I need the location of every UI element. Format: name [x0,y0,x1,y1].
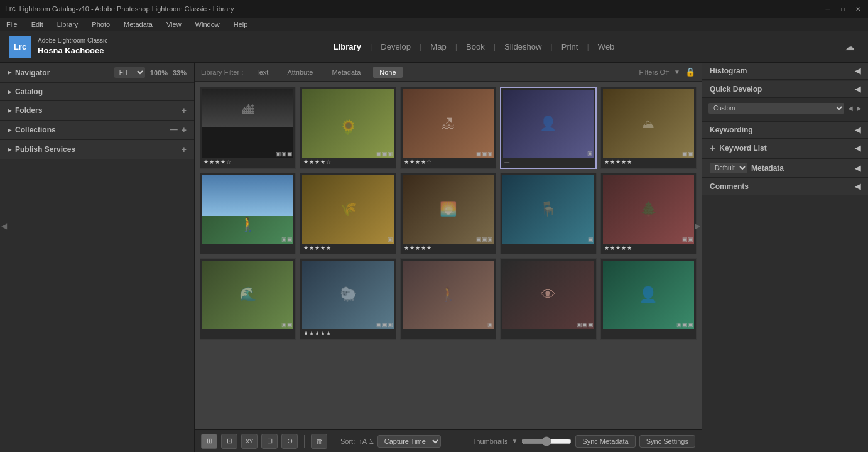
survey-view-button[interactable]: ⊟ [261,434,278,449]
navigator-zoom2[interactable]: 33% [173,69,187,77]
photo-13-stars [403,329,494,331]
menu-library[interactable]: Library [55,19,81,30]
catalog-label: Catalog [15,87,43,96]
filter-dropdown-icon[interactable]: ▼ [674,68,680,75]
qd-preset-next[interactable]: ▶ [857,105,862,112]
module-map[interactable]: Map [423,38,453,55]
menu-metadata[interactable]: Metadata [121,19,155,30]
photo-cell-14[interactable]: 👁 ▣▣▣ [500,258,596,340]
photo-cell-11[interactable]: 🌊 ▣▣ [200,258,296,340]
collections-header[interactable]: ▶ Collections — + [0,121,194,139]
module-develop[interactable]: Develop [373,38,418,55]
collections-triangle: ▶ [8,127,11,133]
photo-cell-1[interactable]: 🏙 ▣▣▣ ★★★★☆ [200,87,296,169]
minimize-button[interactable]: ─ [823,4,833,14]
filter-tab-none[interactable]: None [373,67,402,78]
sync-metadata-button[interactable]: Sync Metadata [575,435,635,448]
metadata-header[interactable]: DefaultEXIFIPTC Metadata ◀ [702,159,868,178]
photo-cell-5[interactable]: ⛰ ▣▣ ★★★★★ [600,87,697,169]
maximize-button[interactable]: □ [838,4,848,14]
module-library[interactable]: Library [326,38,369,55]
compare-view-button[interactable]: XY [241,434,258,449]
thumbnail-size-slider[interactable] [521,436,572,446]
people-view-button[interactable]: ⊙ [281,434,298,449]
photo-cell-6[interactable]: 🚶 ▣▣ [200,173,296,254]
app-icon-small: Lrc [5,4,16,13]
grid-view-button[interactable]: ⊞ [201,434,217,449]
filter-tab-attribute[interactable]: Attribute [281,67,319,78]
qd-preset-select[interactable]: CustomDefaultPortraitLandscape [708,103,844,114]
filter-lock-icon[interactable]: 🔒 [685,67,695,77]
right-panel: Histogram ◀ Quick Develop ◀ CustomDefaul… [702,63,868,452]
loupe-view-button[interactable]: ⊡ [221,434,237,449]
left-panel-collapse-arrow[interactable]: ◀ [0,219,8,233]
module-print[interactable]: Print [554,38,586,55]
menu-photo[interactable]: Photo [89,19,112,30]
menu-help[interactable]: Help [231,19,251,30]
navigator-header[interactable]: ▶ Navigator FITFILL1:1 100% 33% [0,63,194,82]
title-bar-controls: ─ □ ✕ [823,4,863,14]
app-name: Adobe Lightroom Classic [38,36,107,45]
photo-cell-10[interactable]: 🌲 ▣▣ ★★★★★ [600,173,697,254]
quick-develop-header[interactable]: Quick Develop ◀ [702,81,868,98]
folders-add-button[interactable]: + [182,105,187,116]
cloud-sync-button[interactable]: ☁ [840,38,859,56]
publish-services-triangle: ▶ [8,147,11,153]
filter-tab-metadata[interactable]: Metadata [325,67,367,78]
histogram-header[interactable]: Histogram ◀ [702,63,868,80]
metadata-preset-select[interactable]: DefaultEXIFIPTC [710,163,747,173]
app-layout: Lrc Adobe Lightroom Classic Hosna Kachoo… [0,31,868,452]
menu-view[interactable]: View [164,19,184,30]
navigator-zoom1[interactable]: 100% [150,69,168,77]
catalog-triangle: ▶ [8,89,11,95]
filter-bar: Library Filter : Text Attribute Metadata… [195,63,702,82]
sync-settings-button[interactable]: Sync Settings [639,435,695,448]
keywording-header[interactable]: Keywording ◀ [702,122,868,139]
photo-14-stars [502,329,594,331]
photo-cell-9[interactable]: 🪑 ▣ [500,173,596,254]
photo-cell-7[interactable]: 🌾 ▣ ★★★★★ [300,173,396,254]
close-button[interactable]: ✕ [853,4,863,14]
histogram-label: Histogram [710,67,747,75]
photo-6-stars [202,244,293,246]
publish-services-header[interactable]: ▶ Publish Services + [0,140,194,159]
photo-cell-8[interactable]: 🌅 ▣▣▣ ★★★★★ [400,173,496,254]
title-text: Lightroom Catalog-v10 - Adobe Photoshop … [19,5,234,13]
sort-za-icon: Z [369,438,374,445]
photo-cell-3[interactable]: 🏖 ▣▣▣ ★★★★☆ [400,87,496,169]
thumb-dropdown-icon[interactable]: ▼ [511,438,518,444]
qd-preset-prev[interactable]: ◀ [848,105,853,112]
delete-button[interactable]: 🗑 [311,434,327,449]
photo-12-stars: ★★★★★ [302,329,393,337]
photo-cell-13[interactable]: 🚶 ▣ [400,258,496,340]
comments-header[interactable]: Comments ◀ [702,178,868,195]
photo-cell-15[interactable]: 👤 ▣▣▣ [600,258,697,340]
catalog-header[interactable]: ▶ Catalog [0,83,194,100]
photo-cell-2[interactable]: 🌻 ▣▣▣ ★★★★☆ [300,87,396,169]
filter-tab-text[interactable]: Text [249,67,274,78]
collections-collapse-button[interactable]: — [170,125,178,135]
keyword-list-header[interactable]: + Keyword List ◀ [702,139,868,158]
photo-5-icons: ▣▣ [682,151,693,157]
sort-label: Sort: [340,438,355,445]
toolbar-separator-1 [304,435,305,448]
photo-cell-12[interactable]: 🐑 ▣▣▣ ★★★★★ [300,258,396,340]
sort-select[interactable]: Capture Time Added Order Edit Time Ratin… [377,435,441,448]
menu-edit[interactable]: Edit [29,19,46,30]
title-bar: Lrc Lightroom Catalog-v10 - Adobe Photos… [0,0,868,18]
publish-services-panel: ▶ Publish Services + [0,140,194,159]
publish-services-add-button[interactable]: + [182,144,187,154]
module-slideshow[interactable]: Slideshow [497,38,549,55]
module-book[interactable]: Book [458,38,492,55]
module-web[interactable]: Web [590,38,622,55]
keyword-list-label: Keyword List [719,144,766,153]
menu-file[interactable]: File [4,19,20,30]
photo-cell-4[interactable]: 👤 ▣ — [500,87,596,169]
menu-window[interactable]: Window [193,19,222,30]
left-panel: ▶ Navigator FITFILL1:1 100% 33% [0,63,195,452]
navigator-fit-select[interactable]: FITFILL1:1 [114,67,145,78]
collections-add-button[interactable]: + [182,125,187,135]
folders-header[interactable]: ▶ Folders + [0,101,194,120]
filters-off-label: Filters Off [639,68,669,76]
keyword-add-plus[interactable]: + [710,143,715,154]
